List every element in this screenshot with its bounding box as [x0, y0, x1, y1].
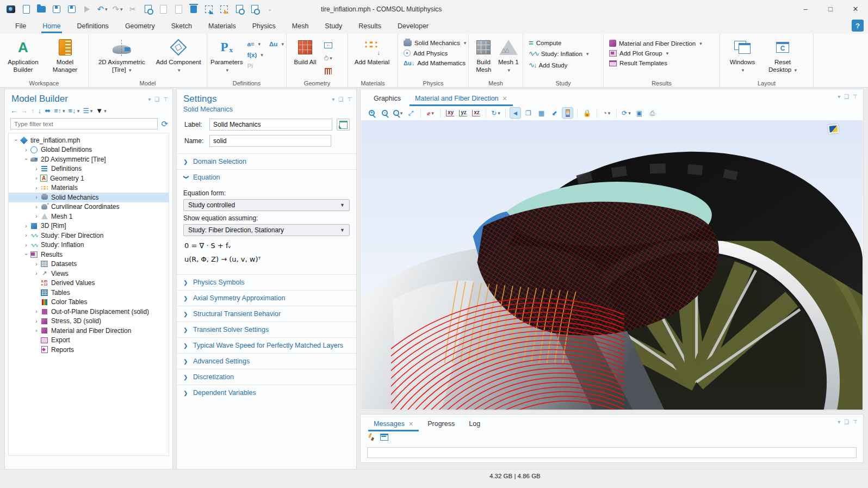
parameters-button[interactable]: P ₓ Parameters▾ — [210, 36, 243, 74]
move-up-icon[interactable]: ↑ — [31, 107, 35, 115]
add-mathematics-button[interactable]: Δu↓Add Mathematics — [401, 59, 468, 67]
plot-thumbnail-icon[interactable] — [828, 124, 839, 134]
tree-node[interactable]: ›Solid Mechanics — [9, 193, 169, 202]
view-xz-icon[interactable]: xz — [470, 107, 482, 119]
help-button[interactable]: ? — [852, 20, 864, 32]
expand-icon[interactable]: › — [33, 261, 40, 267]
section-advanced-settings[interactable]: ❯Advanced Settings — [177, 354, 356, 369]
tree-node[interactable]: ›Results — [9, 250, 169, 260]
tree-node[interactable]: ›Datasets — [9, 260, 169, 269]
zoom-box-icon[interactable]: ▾ — [392, 107, 404, 119]
message-window-icon[interactable] — [380, 434, 388, 441]
menu-materials[interactable]: Materials — [208, 18, 236, 34]
menu-physics[interactable]: Physics — [252, 18, 276, 34]
find-icon[interactable] — [233, 3, 246, 16]
menu-developer[interactable]: Developer — [398, 18, 429, 34]
tree-node[interactable]: 8.85e-12Derived Values — [9, 279, 169, 288]
zoom-in-icon[interactable]: + — [366, 107, 377, 119]
result-templates-button[interactable]: Result Templates — [607, 59, 704, 67]
plot-group-button[interactable]: Material and Fiber Direction▾ — [607, 39, 704, 47]
expand-all-icon[interactable]: ≡↓▾ — [69, 107, 80, 115]
collapse-icon[interactable]: › — [23, 251, 29, 258]
menu-mesh[interactable]: Mesh — [292, 18, 309, 34]
view-xy-icon[interactable]: xy — [444, 107, 456, 119]
expand-icon[interactable]: › — [33, 194, 40, 200]
build-mesh-button[interactable]: Build Mesh — [472, 36, 495, 74]
expand-icon[interactable]: › — [33, 318, 40, 324]
update-scene-icon[interactable]: ⟳▾ — [621, 107, 632, 119]
section-equation[interactable]: ❯Equation — [177, 170, 356, 185]
section-domain-selection[interactable]: ❯Domain Selection — [177, 154, 356, 169]
maximize-button[interactable]: □ — [818, 0, 843, 18]
save-icon[interactable] — [50, 3, 63, 16]
expand-icon[interactable]: › — [33, 204, 40, 210]
import-geometry-button[interactable] — [323, 40, 333, 50]
panel-window-buttons[interactable]: ▾❑⊤ — [838, 419, 858, 425]
expand-icon[interactable]: › — [33, 175, 40, 181]
expand-icon[interactable]: › — [22, 242, 30, 248]
refresh-icon[interactable]: ⟳ — [161, 119, 168, 129]
study-inflation-button[interactable]: ∿∿Study: Inflation▾ — [526, 49, 591, 58]
label-input[interactable] — [209, 119, 332, 131]
color-legend-icon[interactable] — [562, 107, 573, 119]
tree-node[interactable]: ›Material and Fiber Direction — [9, 326, 169, 336]
view-yz-icon[interactable]: yz — [457, 107, 469, 119]
add-component-button[interactable]: Add Component ▾ — [155, 36, 202, 74]
tree-node[interactable]: Tables — [9, 288, 169, 298]
panel-window-buttons[interactable]: ▾❑⊤ — [838, 94, 858, 100]
tree-node[interactable]: ›2D Axisymmetric [Tire] — [9, 155, 169, 164]
expand-icon[interactable]: › — [22, 223, 30, 229]
tree-node[interactable]: ›Global Definitions — [9, 145, 169, 155]
menu-results[interactable]: Results — [358, 18, 381, 34]
paste-into-icon[interactable] — [172, 3, 185, 16]
tree-node[interactable]: ›tire_inflation.mph — [9, 135, 169, 145]
tree-node[interactable]: ›Materials — [9, 183, 169, 193]
menu-home[interactable]: Home — [42, 18, 60, 34]
comsol-logo-icon[interactable] — [4, 3, 17, 16]
rotate-view-icon[interactable]: ↻▾ — [490, 107, 501, 119]
tree-node[interactable]: Color Tables — [9, 298, 169, 307]
functions-button[interactable]: f(x)▾ — [245, 51, 286, 59]
tree-node[interactable]: ›Study: Fiber Direction — [9, 231, 169, 240]
filter-icon[interactable]: ▼▾ — [96, 107, 106, 115]
panel-window-buttons[interactable]: ▾❑⊤ — [148, 96, 168, 102]
collapse-icon[interactable]: › — [13, 137, 19, 144]
tree-node[interactable]: ›Mesh 1 — [9, 212, 169, 221]
show-icon[interactable]: ⬌ — [45, 107, 51, 115]
panel-window-buttons[interactable]: ▾❑⊤ — [332, 96, 352, 102]
delete-icon[interactable] — [187, 3, 200, 16]
tree-node[interactable]: ›Stress, 3D (solid) — [9, 317, 169, 326]
lock-icon[interactable]: 🔒 — [581, 107, 593, 119]
forward-arrow-icon[interactable]: → — [21, 107, 28, 115]
tree-node[interactable]: Export — [9, 336, 169, 345]
mesh-1-button[interactable]: Mesh 1 ▾ — [497, 36, 519, 74]
physics-interface-button[interactable]: Solid Mechanics▾ — [401, 39, 468, 47]
tree-node[interactable]: ›Geometry 1 — [9, 174, 169, 183]
add-physics-button[interactable]: Add Physics — [401, 49, 468, 57]
menu-study[interactable]: Study — [325, 18, 342, 34]
graphics-canvas[interactable] — [361, 120, 863, 410]
tree-node[interactable]: ›3D [Rim] — [9, 221, 169, 231]
build-all-button[interactable]: Build All — [290, 36, 320, 66]
tab-graphics[interactable]: Graphics — [368, 95, 406, 106]
section-transient-solver-settings[interactable]: ❯Transient Solver Settings — [177, 322, 356, 337]
menu-sketch[interactable]: Sketch — [171, 18, 192, 34]
parameter-case-button[interactable]: Pi — [245, 62, 286, 70]
windows-button[interactable]: Windows▾ — [723, 36, 761, 74]
tree-node[interactable]: Reports — [9, 345, 169, 355]
section-typical-wave-speed-for-perfectly-matched-layers[interactable]: ❯Typical Wave Speed for Perfectly Matche… — [177, 338, 356, 353]
tree-filter-input[interactable] — [10, 118, 158, 129]
application-builder-button[interactable]: A Application Builder — [3, 36, 43, 74]
select-box-icon[interactable] — [202, 3, 215, 16]
expand-icon[interactable]: › — [33, 270, 40, 276]
menu-geometry[interactable]: Geometry — [125, 18, 155, 34]
axisymmetric-component-button[interactable]: 2D Axisymmetric [Tire] ▾ — [94, 36, 150, 74]
show-equation-dropdown[interactable]: Study: Fiber Direction, Stationary▼ — [183, 224, 350, 236]
section-structural-transient-behavior[interactable]: ❯Structural Transient Behavior — [177, 306, 356, 322]
tree-node[interactable]: ›Definitions — [9, 164, 169, 174]
open-file-icon[interactable] — [35, 3, 48, 16]
expand-icon[interactable]: › — [33, 328, 40, 333]
tree-node[interactable]: ›Out-of-Plane Displacement (solid) — [9, 307, 169, 317]
tab-progress[interactable]: Progress — [422, 420, 460, 431]
section-axial-symmetry-approximation[interactable]: ❯Axial Symmetry Approximation — [177, 291, 356, 306]
